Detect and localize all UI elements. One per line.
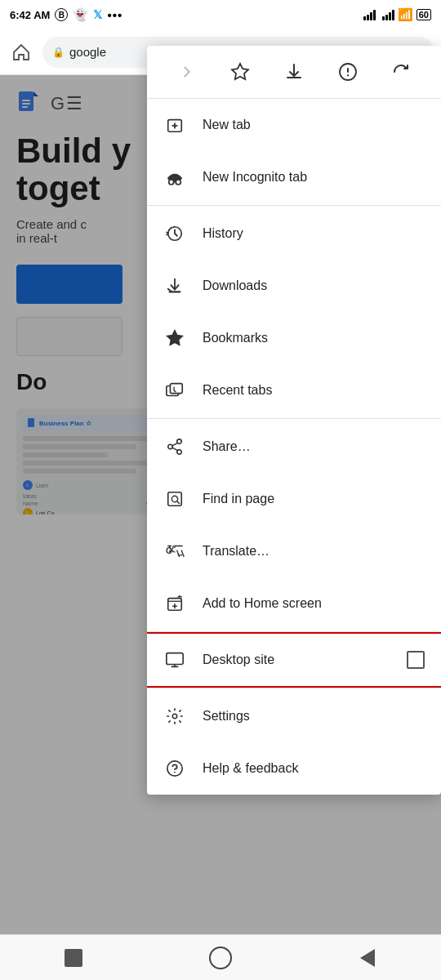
status-right: 📶 60 — [363, 7, 431, 22]
forward-icon — [178, 63, 196, 81]
svg-rect-13 — [170, 384, 182, 394]
wifi-icon: 📶 — [398, 7, 413, 22]
menu-item-add-home[interactable]: Add to Home screen — [147, 577, 441, 630]
divider-4 — [147, 688, 441, 688]
bookmark-button[interactable] — [222, 54, 258, 90]
status-left: 6:42 AM B 👻 𝕏 ••• — [10, 7, 122, 22]
bottom-nav — [0, 934, 441, 980]
menu-item-new-tab[interactable]: New tab — [147, 99, 441, 151]
share-icon — [163, 435, 186, 458]
home-circle-icon — [209, 947, 232, 969]
settings-label: Settings — [203, 709, 425, 724]
star-icon — [230, 62, 250, 82]
bookmarks-label: Bookmarks — [203, 331, 425, 345]
lock-icon: 🔒 — [52, 47, 65, 58]
divider-3 — [147, 631, 441, 632]
divider-1 — [147, 205, 441, 206]
svg-point-14 — [177, 439, 182, 444]
menu-item-share[interactable]: Share… — [147, 421, 441, 473]
incognito-label: New Incognito tab — [203, 170, 425, 185]
menu-item-translate[interactable]: G Translate… — [147, 525, 441, 577]
history-icon — [163, 222, 186, 245]
back-triangle-icon — [360, 949, 375, 967]
svg-point-15 — [168, 444, 173, 449]
help-label: Help & feedback — [203, 761, 425, 776]
home-button[interactable] — [7, 38, 36, 67]
battery-icon: 60 — [416, 9, 431, 20]
info-icon — [338, 62, 358, 82]
new-tab-label: New tab — [203, 118, 425, 132]
divider-2 — [147, 418, 441, 419]
stop-icon — [65, 949, 82, 967]
recent-tabs-label: Recent tabs — [203, 383, 425, 398]
download-icon — [284, 62, 304, 82]
snapchat-icon: 👻 — [73, 7, 88, 22]
new-tab-icon — [163, 114, 186, 136]
incognito-icon — [163, 166, 186, 189]
signal-bars-2 — [382, 10, 394, 20]
add-home-label: Add to Home screen — [203, 596, 425, 611]
settings-icon — [163, 705, 186, 728]
svg-point-9 — [169, 180, 174, 185]
history-label: History — [203, 226, 425, 241]
menu-item-recent-tabs[interactable]: Recent tabs — [147, 364, 441, 416]
svg-point-16 — [177, 450, 182, 455]
back-button[interactable] — [56, 940, 91, 976]
svg-point-10 — [176, 180, 180, 185]
downloads-label: Downloads — [203, 278, 425, 293]
help-icon — [163, 757, 186, 780]
download-button[interactable] — [276, 54, 312, 90]
desktop-site-label: Desktop site — [203, 653, 390, 667]
share-label: Share… — [203, 439, 425, 454]
bookmarks-icon — [163, 327, 186, 350]
desktop-site-checkbox[interactable] — [407, 651, 425, 669]
address-text: google — [69, 45, 106, 59]
home-nav-button[interactable] — [203, 940, 238, 976]
time: 6:42 AM — [10, 9, 50, 21]
menu-item-bookmarks[interactable]: Bookmarks — [147, 312, 441, 364]
recent-tabs-icon — [163, 379, 186, 402]
find-label: Find in page — [203, 492, 425, 506]
forward-button[interactable] — [169, 54, 205, 90]
add-home-icon — [163, 592, 186, 615]
menu-item-downloads[interactable]: Downloads — [147, 260, 441, 312]
translate-icon: G — [163, 540, 186, 563]
svg-rect-21 — [167, 653, 183, 665]
menu-item-incognito[interactable]: New Incognito tab — [147, 151, 441, 203]
menu-item-settings[interactable]: Settings — [147, 690, 441, 742]
dropdown-menu: New tab New Incognito tab — [147, 46, 441, 795]
desktop-icon — [163, 648, 186, 671]
find-icon — [163, 488, 186, 510]
b-icon: B — [55, 8, 68, 21]
translate-label: Translate… — [203, 544, 425, 559]
downloads-icon — [163, 274, 186, 297]
status-bar: 6:42 AM B 👻 𝕏 ••• 📶 60 — [0, 0, 441, 29]
menu-item-desktop-site[interactable]: Desktop site — [147, 634, 441, 686]
signal-bars-1 — [363, 10, 376, 20]
more-icon: ••• — [107, 8, 122, 22]
menu-item-history[interactable]: History — [147, 207, 441, 260]
home-icon — [11, 42, 31, 62]
info-button[interactable] — [330, 54, 366, 90]
recents-button[interactable] — [350, 940, 385, 976]
reload-button[interactable] — [383, 54, 419, 90]
menu-toolbar — [147, 46, 441, 99]
menu-item-find[interactable]: Find in page — [147, 473, 441, 525]
reload-icon — [391, 62, 411, 82]
menu-item-help[interactable]: Help & feedback — [147, 742, 441, 795]
svg-point-22 — [172, 714, 177, 719]
twitter-icon: 𝕏 — [93, 8, 102, 21]
